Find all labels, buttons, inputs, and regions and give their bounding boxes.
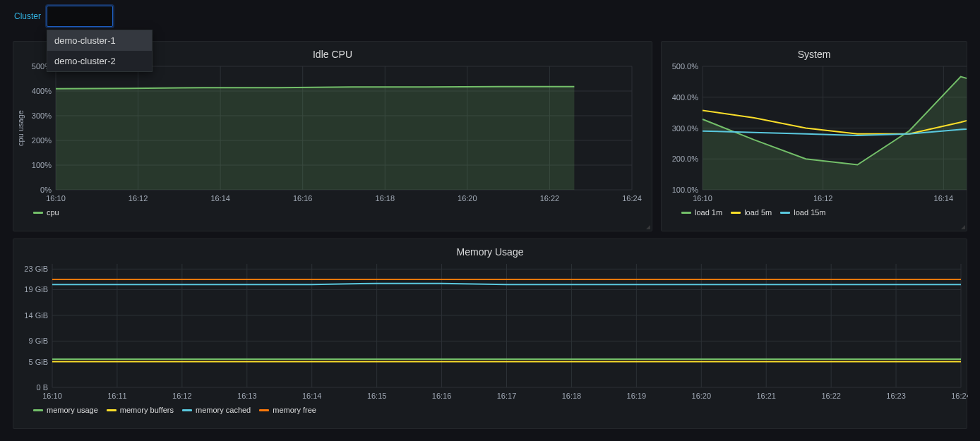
svg-text:16:10: 16:10 (693, 194, 712, 203)
svg-text:14 GiB: 14 GiB (24, 311, 48, 320)
legend-label: memory cached (196, 406, 251, 414)
legend-item[interactable]: load 1m (681, 208, 722, 217)
svg-text:100%: 100% (32, 161, 52, 169)
legend-swatch (259, 409, 269, 411)
legend-label: memory usage (47, 406, 98, 414)
svg-text:16:24: 16:24 (622, 194, 642, 203)
legend: cpu (13, 204, 652, 221)
chart-area: 0%100%200%300%400%500%16:1016:1216:1416:… (13, 63, 652, 204)
svg-text:0 B: 0 B (36, 383, 48, 392)
svg-text:16:20: 16:20 (692, 392, 712, 400)
svg-text:16:24: 16:24 (951, 392, 968, 400)
legend: load 1m load 5m load 15m (662, 204, 967, 221)
legend: memory usage memory buffers memory cache… (13, 401, 967, 418)
legend-item[interactable]: memory cached (182, 406, 251, 414)
chart-area: 100.0%200.0%300.0%400.0%500.0%16:1016:12… (662, 63, 967, 204)
variable-input-wrap: demo-cluster-1 demo-cluster-2 (47, 6, 113, 27)
legend-label: load 5m (744, 208, 772, 217)
legend-swatch (107, 409, 116, 411)
svg-text:200.0%: 200.0% (672, 155, 699, 163)
legend-item[interactable]: cpu (33, 208, 59, 217)
legend-swatch (182, 409, 192, 411)
panel-system-load[interactable]: System 100.0%200.0%300.0%400.0%500.0%16:… (661, 41, 967, 231)
chart-area: 0 B5 GiB9 GiB14 GiB19 GiB23 GiB16:1016:1… (13, 260, 967, 401)
svg-text:16:14: 16:14 (934, 194, 954, 203)
panel-title: System (662, 42, 967, 63)
topbar: Cluster demo-cluster-1 demo-cluster-2 (0, 0, 980, 41)
svg-text:400%: 400% (32, 87, 52, 95)
svg-text:16:18: 16:18 (562, 392, 582, 400)
legend-swatch (780, 212, 790, 214)
cluster-input[interactable] (47, 6, 113, 27)
svg-text:16:12: 16:12 (172, 392, 192, 400)
svg-text:16:22: 16:22 (821, 392, 841, 400)
panel-memory-usage[interactable]: Memory Usage 0 B5 GiB9 GiB14 GiB19 GiB23… (13, 238, 967, 429)
svg-text:300%: 300% (32, 111, 52, 120)
resize-handle-icon[interactable] (961, 225, 965, 229)
svg-text:16:22: 16:22 (540, 194, 560, 203)
svg-text:16:10: 16:10 (42, 392, 62, 400)
legend-item[interactable]: memory free (259, 406, 316, 414)
svg-text:16:11: 16:11 (107, 392, 127, 400)
legend-item[interactable]: memory usage (33, 406, 98, 414)
svg-text:0%: 0% (40, 186, 52, 194)
svg-text:16:23: 16:23 (886, 392, 906, 400)
svg-text:16:16: 16:16 (432, 392, 452, 400)
svg-text:400.0%: 400.0% (672, 93, 699, 102)
legend-label: memory buffers (120, 406, 174, 414)
cluster-dropdown: demo-cluster-1 demo-cluster-2 (47, 30, 153, 72)
legend-item[interactable]: load 5m (731, 208, 772, 217)
svg-text:16:15: 16:15 (367, 392, 387, 400)
svg-text:16:10: 16:10 (46, 194, 66, 203)
legend-label: load 15m (794, 208, 825, 217)
svg-text:16:12: 16:12 (813, 194, 833, 203)
svg-text:500.0%: 500.0% (672, 63, 699, 71)
svg-text:9 GiB: 9 GiB (28, 337, 48, 345)
legend-item[interactable]: memory buffers (107, 406, 174, 414)
legend-label: load 1m (695, 208, 722, 217)
svg-text:16:20: 16:20 (458, 194, 477, 203)
dropdown-item[interactable]: demo-cluster-2 (47, 51, 152, 71)
dropdown-item[interactable]: demo-cluster-1 (47, 30, 152, 51)
svg-text:16:21: 16:21 (756, 392, 776, 400)
svg-text:19 GiB: 19 GiB (24, 285, 48, 294)
legend-swatch (33, 409, 43, 411)
panel-title: Memory Usage (13, 239, 967, 260)
svg-text:16:12: 16:12 (129, 194, 148, 203)
svg-text:100.0%: 100.0% (672, 186, 699, 194)
svg-text:5 GiB: 5 GiB (28, 358, 48, 366)
svg-text:23 GiB: 23 GiB (24, 265, 48, 273)
legend-item[interactable]: load 15m (780, 208, 825, 217)
svg-text:16:14: 16:14 (302, 392, 322, 400)
svg-text:16:16: 16:16 (293, 194, 313, 203)
svg-text:16:18: 16:18 (376, 194, 395, 203)
legend-swatch (731, 212, 741, 214)
resize-handle-icon[interactable] (646, 225, 650, 229)
svg-text:16:14: 16:14 (210, 194, 230, 203)
svg-text:16:13: 16:13 (237, 392, 257, 400)
svg-text:300.0%: 300.0% (672, 124, 699, 133)
legend-swatch (33, 212, 43, 214)
svg-text:cpu usage: cpu usage (16, 110, 25, 146)
svg-text:16:17: 16:17 (497, 392, 517, 400)
variable-label: Cluster (14, 11, 41, 21)
svg-text:16:19: 16:19 (627, 392, 647, 400)
legend-label: cpu (47, 208, 59, 217)
legend-label: memory free (273, 406, 316, 414)
svg-text:200%: 200% (32, 136, 52, 145)
legend-swatch (681, 212, 691, 214)
